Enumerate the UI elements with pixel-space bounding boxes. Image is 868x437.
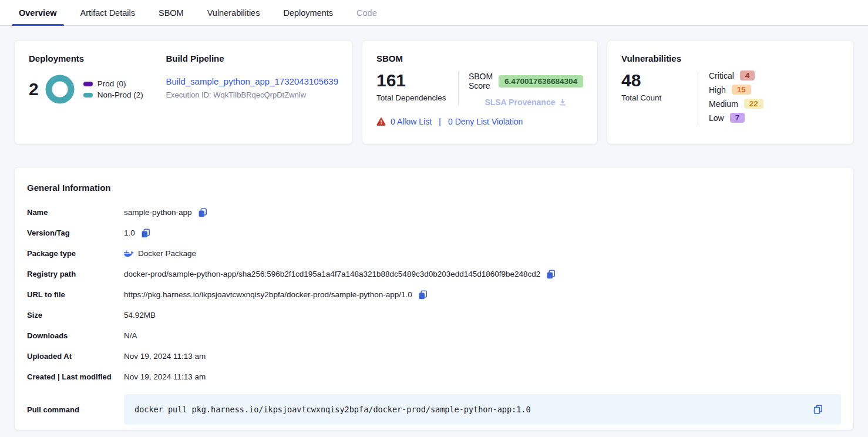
row-pull-command: Pull command docker pull pkg.harness.io/… [27, 394, 841, 425]
slsa-provenance-link[interactable]: SLSA Provenance [469, 98, 583, 107]
general-information-card: General Information Name sample-python-a… [14, 167, 854, 431]
vulnerabilities-total-block: 48 Total Count [621, 70, 686, 127]
version-tag-label: Version/Tag [27, 228, 124, 237]
sbom-score-label: SBOM Score [469, 72, 493, 90]
name-label: Name [27, 208, 124, 217]
sbom-score-block: SBOM Score 6.470017636684304 SLSA Proven… [469, 70, 583, 107]
docker-icon [124, 250, 134, 258]
deployments-total-count: 2 [29, 79, 39, 99]
prod-legend-label: Prod (0) [97, 79, 126, 88]
download-icon [559, 98, 567, 106]
tab-bar: Overview Artifact Details SBOM Vulnerabi… [0, 0, 868, 26]
summary-cards-row: Deployments 2 Prod (0) Non-Prod (2) [14, 40, 854, 144]
copy-icon[interactable] [418, 290, 428, 300]
vulnerabilities-card: Vulnerabilities 48 Total Count Critical … [607, 40, 854, 144]
tab-overview[interactable]: Overview [7, 0, 69, 25]
size-label: Size [27, 311, 124, 320]
vulnerabilities-total-label: Total Count [621, 93, 686, 102]
prod-color-swatch [83, 82, 93, 86]
vulnerabilities-total-count: 48 [621, 70, 686, 90]
version-tag-value: 1.0 [124, 228, 135, 237]
url-to-file-value: https://pkg.harness.io/ikpsjoavtcwxnqisy… [124, 290, 412, 299]
deployments-section: Deployments 2 Prod (0) Non-Prod (2) [29, 53, 166, 131]
execution-id-text: Execution ID: WqkTiIbBRqecQrpDtZwniw [166, 90, 338, 99]
tab-sbom[interactable]: SBOM [147, 0, 196, 25]
deployments-legend: Prod (0) Non-Prod (2) [83, 77, 143, 102]
name-value: sample-python-app [124, 208, 192, 217]
severity-row-high: High 15 [709, 85, 763, 95]
pull-command-box: docker pull pkg.harness.io/ikpsjoavtcwxn… [124, 394, 841, 425]
divider [698, 72, 698, 126]
build-pipeline-title: Build Pipeline [166, 53, 338, 63]
page-content: Deployments 2 Prod (0) Non-Prod (2) [0, 26, 868, 437]
divider: | [439, 116, 441, 126]
sbom-title: SBOM [376, 53, 583, 63]
registry-path-label: Registry path [27, 270, 124, 278]
tab-code: Code [345, 0, 389, 25]
created-last-modified-label: Created | Last modified [27, 372, 124, 381]
row-url-to-file: URL to file https://pkg.harness.io/ikpsj… [27, 284, 841, 305]
deployments-donut-chart [45, 74, 75, 105]
row-created-last-modified: Created | Last modified Nov 19, 2024 11:… [27, 367, 841, 387]
created-last-modified-value: Nov 19, 2024 11:13 am [124, 372, 206, 381]
tab-vulnerabilities[interactable]: Vulnerabilities [196, 0, 272, 25]
sbom-policy-links: 0 Allow List | 0 Deny List Violation [376, 116, 583, 126]
severity-list: Critical 4 High 15 Medium 22 Low 7 [709, 70, 763, 127]
copy-icon[interactable] [546, 269, 556, 280]
critical-label: Critical [709, 71, 734, 80]
url-to-file-label: URL to file [27, 290, 124, 299]
warning-icon [376, 117, 386, 126]
sbom-score-badge: 6.470017636684304 [499, 75, 583, 88]
medium-count-badge: 22 [744, 99, 763, 109]
size-value: 54.92MB [124, 311, 156, 320]
high-count-badge: 15 [732, 85, 751, 95]
deny-list-violation-link[interactable]: 0 Deny List Violation [448, 117, 523, 126]
sbom-total-count: 161 [376, 70, 446, 90]
row-package-type: Package type Docker Package [27, 243, 841, 264]
legend-item-prod: Prod (0) [83, 79, 143, 88]
medium-label: Medium [709, 99, 738, 109]
uploaded-at-label: Uploaded At [27, 352, 124, 361]
row-registry-path: Registry path docker-prod/sample-python-… [27, 264, 841, 284]
nonprod-color-swatch [83, 93, 93, 98]
deployments-card: Deployments 2 Prod (0) Non-Prod (2) [14, 40, 353, 144]
low-label: Low [709, 113, 724, 123]
build-pipeline-section: Build Pipeline Build_sample_python_app_1… [166, 53, 338, 131]
build-pipeline-link[interactable]: Build_sample_python_app_1732043105639 [166, 76, 338, 86]
legend-item-nonprod: Non-Prod (2) [83, 90, 143, 99]
row-name: Name sample-python-app [27, 202, 841, 223]
row-uploaded-at: Uploaded At Nov 19, 2024 11:13 am [27, 346, 841, 367]
sbom-total-block: 161 Total Dependencies [376, 70, 446, 107]
package-type-value: Docker Package [138, 249, 196, 258]
row-version-tag: Version/Tag 1.0 [27, 223, 841, 243]
allow-list-link[interactable]: 0 Allow List [391, 117, 432, 126]
critical-count-badge: 4 [740, 70, 755, 80]
high-label: High [709, 85, 726, 95]
deployments-title: Deployments [29, 53, 166, 63]
sbom-card: SBOM 161 Total Dependencies SBOM Score 6… [362, 40, 598, 144]
general-information-title: General Information [27, 183, 841, 193]
tab-artifact-details[interactable]: Artifact Details [69, 0, 147, 25]
package-type-label: Package type [27, 249, 124, 258]
nonprod-legend-label: Non-Prod (2) [97, 90, 143, 99]
pull-command-label: Pull command [27, 405, 124, 414]
severity-row-medium: Medium 22 [709, 99, 763, 109]
low-count-badge: 7 [730, 113, 745, 123]
downloads-label: Downloads [27, 331, 124, 340]
downloads-value: N/A [124, 331, 137, 340]
copy-icon[interactable] [813, 404, 823, 415]
uploaded-at-value: Nov 19, 2024 11:13 am [124, 352, 206, 361]
copy-icon[interactable] [197, 207, 208, 218]
vulnerabilities-title: Vulnerabilities [621, 53, 839, 63]
sbom-total-label: Total Dependencies [376, 93, 446, 102]
registry-path-value: docker-prod/sample-python-app/sha256:596… [124, 270, 540, 278]
row-downloads: Downloads N/A [27, 325, 841, 346]
row-size: Size 54.92MB [27, 305, 841, 325]
tab-deployments[interactable]: Deployments [271, 0, 345, 25]
slsa-provenance-label: SLSA Provenance [485, 98, 555, 107]
severity-row-critical: Critical 4 [709, 70, 763, 80]
copy-icon[interactable] [140, 228, 151, 238]
severity-row-low: Low 7 [709, 113, 763, 123]
pull-command-value: docker pull pkg.harness.io/ikpsjoavtcwxn… [134, 405, 531, 414]
